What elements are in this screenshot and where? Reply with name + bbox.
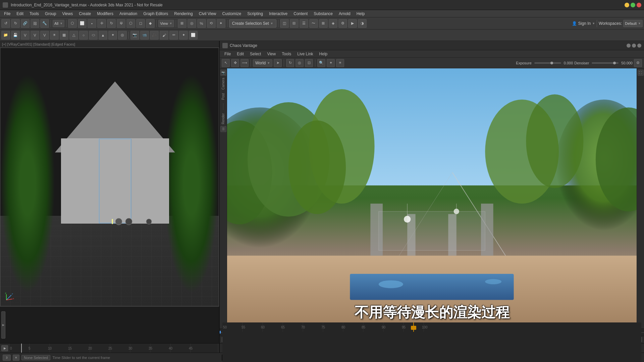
menu-interactive[interactable]: Interactive xyxy=(266,11,290,17)
vantage-settings-btn[interactable]: ⚙ xyxy=(634,59,642,67)
menu-rendering[interactable]: Rendering xyxy=(171,11,195,17)
exposure-slider[interactable] xyxy=(534,62,561,64)
cam3-btn[interactable]: 🎥 xyxy=(150,31,159,40)
undo-button[interactable]: ↺ xyxy=(1,19,10,28)
vray-btn[interactable]: V xyxy=(21,31,30,40)
menu-graph-editors[interactable]: Graph Editors xyxy=(141,11,171,17)
close-button[interactable] xyxy=(637,3,641,7)
select-region-button[interactable]: ⬜ xyxy=(78,19,87,28)
render-frame-button[interactable]: ▶ xyxy=(348,19,357,28)
schematic-button[interactable]: ⊞ xyxy=(319,19,328,28)
vantage-fullscreen-btn[interactable]: ⛶ xyxy=(638,70,644,76)
vantage-node-icon[interactable]: ☰ xyxy=(220,126,226,132)
light-btn[interactable]: ☀ xyxy=(50,31,59,40)
vantage-sun-btn[interactable]: ☀ xyxy=(336,59,344,67)
vantage-menu-file[interactable]: File xyxy=(222,51,233,57)
sphere-btn[interactable]: ○ xyxy=(79,31,88,40)
vantage-rotate-btn[interactable]: ↻ xyxy=(286,59,294,67)
menu-edit[interactable]: Edit xyxy=(14,11,26,17)
frame-number-display[interactable]: 3 xyxy=(3,355,11,361)
vray2-btn[interactable]: V xyxy=(31,31,39,40)
viewport-nav-buttons[interactable]: ▶ xyxy=(1,311,5,339)
vantage-menu-live-link[interactable]: Live Link xyxy=(294,51,316,57)
workspaces-dropdown[interactable]: Default ▼ xyxy=(623,20,643,27)
minimize-button[interactable] xyxy=(625,3,629,7)
unlink-button[interactable]: ⛓ xyxy=(31,19,39,28)
angle-snap[interactable]: ◎ xyxy=(187,19,196,28)
active-shade-button[interactable]: ◑ xyxy=(358,19,367,28)
menu-file[interactable]: File xyxy=(1,11,13,17)
vantage-menu-select[interactable]: Select xyxy=(247,51,264,57)
curve-editor-button[interactable]: 〜 xyxy=(309,19,318,28)
sketch-btn[interactable]: ✏ xyxy=(169,31,178,40)
timeline-play-btn[interactable]: ▶ xyxy=(1,345,8,351)
maximize-button[interactable] xyxy=(631,3,635,7)
snap-toggle[interactable]: ⊞ xyxy=(178,19,186,28)
open-file-btn[interactable]: 📁 xyxy=(1,31,10,40)
view-dropdown[interactable]: View ▼ xyxy=(158,20,174,27)
vantage-render-label[interactable]: Render xyxy=(221,112,226,126)
cam2-btn[interactable]: 📹 xyxy=(140,31,149,40)
menu-substance[interactable]: Substance xyxy=(311,11,335,17)
menu-group[interactable]: Group xyxy=(42,11,59,17)
create-selection-set-button[interactable]: Create Selection Set ▼ xyxy=(229,19,276,27)
menu-scripting[interactable]: Scripting xyxy=(245,11,266,17)
scale-non-button[interactable]: ◻ xyxy=(136,19,145,28)
select-button[interactable]: ⬡ xyxy=(68,19,77,28)
select-window-button[interactable]: ▪ xyxy=(88,19,96,28)
move-button[interactable]: ✛ xyxy=(97,19,106,28)
capsule-btn[interactable]: ⬭ xyxy=(89,31,98,40)
world-dropdown[interactable]: World ▼ xyxy=(253,59,272,67)
scale-uniform-button[interactable]: ⟱ xyxy=(117,19,125,28)
align-button[interactable]: ⊟ xyxy=(290,19,299,28)
menu-modifiers[interactable]: Modifiers xyxy=(94,11,116,17)
paint-btn[interactable]: 🖌 xyxy=(160,31,168,40)
vantage-walk-btn[interactable]: ⟿ xyxy=(240,59,249,67)
hdri-btn[interactable]: ◎ xyxy=(118,31,127,40)
sun-btn[interactable]: ✦ xyxy=(108,31,117,40)
vantage-light-btn[interactable]: ✦ xyxy=(327,59,335,67)
vantage-post-label[interactable]: Post xyxy=(221,92,226,101)
bind-button[interactable]: 🔧 xyxy=(40,19,49,28)
vantage-menu-help[interactable]: Help xyxy=(317,51,330,57)
vantage-menu-tools[interactable]: Tools xyxy=(279,51,294,57)
timeline-close-btn[interactable]: ✕ xyxy=(13,355,19,361)
vantage-menu-edit[interactable]: Edit xyxy=(234,51,247,57)
geo-btn[interactable]: △ xyxy=(69,31,78,40)
scale-button[interactable]: ⬡ xyxy=(126,19,135,28)
menu-help[interactable]: Help xyxy=(354,11,368,17)
vantage-maximize-btn[interactable] xyxy=(632,44,636,48)
redo-button[interactable]: ↻ xyxy=(11,19,20,28)
vantage-pick-btn[interactable]: 🔍 xyxy=(317,59,325,67)
filter-dropdown[interactable]: All ▼ xyxy=(53,20,64,27)
vantage-camera-icon[interactable]: 📷 xyxy=(220,70,226,76)
vantage-minimize-btn[interactable] xyxy=(627,44,631,48)
render-setup-button[interactable]: ⚙ xyxy=(338,19,347,28)
vantage-nav-btn[interactable]: ↖ xyxy=(222,59,230,67)
vantage-frame-btn[interactable]: ⊡ xyxy=(305,59,313,67)
save-btn[interactable]: 💾 xyxy=(11,31,20,40)
magnet-snap[interactable]: ✦ xyxy=(217,19,225,28)
sign-in-button[interactable]: Sign In xyxy=(578,21,591,26)
menu-tools[interactable]: Tools xyxy=(27,11,42,17)
particles-btn[interactable]: ✦ xyxy=(179,31,188,40)
vantage-menu-view[interactable]: View xyxy=(264,51,278,57)
menu-create[interactable]: Create xyxy=(76,11,94,17)
denoiser-slider[interactable] xyxy=(592,62,619,64)
spinner-snap[interactable]: ⟲ xyxy=(207,19,216,28)
vantage-camera-label[interactable]: Camera xyxy=(221,76,226,91)
vantage-pan-btn[interactable]: ✥ xyxy=(231,59,239,67)
menu-animation[interactable]: Animation xyxy=(117,11,140,17)
percent-snap[interactable]: % xyxy=(197,19,206,28)
menu-arnold[interactable]: Arnold xyxy=(336,11,353,17)
menu-civil-view[interactable]: Civil View xyxy=(196,11,219,17)
cam-btn[interactable]: 📷 xyxy=(130,31,139,40)
3d-viewport[interactable]: Y X Z xyxy=(0,48,219,306)
material-button[interactable]: ◈ xyxy=(329,19,337,28)
vray3-btn[interactable]: V xyxy=(40,31,49,40)
vantage-close-btn[interactable] xyxy=(637,44,641,48)
vantage-orbit-btn[interactable]: ◎ xyxy=(296,59,304,67)
squash-button[interactable]: ◆ xyxy=(146,19,155,28)
menu-views[interactable]: Views xyxy=(59,11,75,17)
vantage-arrow-btn[interactable]: ➤ xyxy=(274,59,282,67)
